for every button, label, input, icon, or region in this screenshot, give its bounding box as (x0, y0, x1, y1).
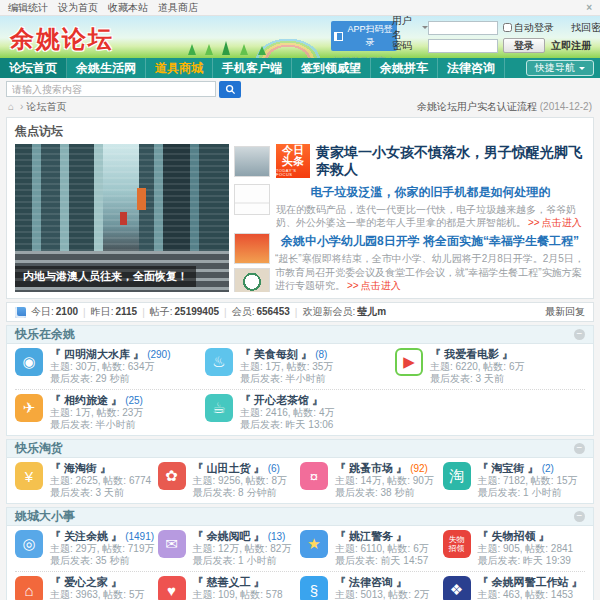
forgot-password-link[interactable]: 找回密码 (571, 21, 600, 35)
board-name-link[interactable]: 『 慈善义工 』 (193, 576, 265, 588)
news-title-link[interactable]: 电子垃圾泛滥，你家的旧手机都是如何处理的 (276, 184, 585, 201)
site-logo[interactable]: 余姚论坛 (10, 23, 114, 55)
password-label: 密码 (392, 39, 428, 53)
tree-decoration (205, 44, 213, 55)
forum-board-cell[interactable]: ◉ 『 四明湖大水库 』(290) 主题: 30万, 帖数: 634万 最后发表… (15, 348, 205, 385)
search-button[interactable] (219, 81, 241, 98)
collapse-icon[interactable] (574, 511, 585, 522)
notice-date: (2014-12-2) (540, 101, 592, 112)
forum-board-cell[interactable]: ✈ 『 相约旅途 』(25) 主题: 1万, 帖数: 23万 最后发表: 半小时… (15, 394, 205, 431)
forum-board-cell[interactable]: ❖ 『 余姚网警工作站 』 主题: 463, 帖数: 1453 最后发表: 4 … (443, 576, 586, 600)
realname-notice-link[interactable]: 余姚论坛用户实名认证流程 (417, 101, 537, 112)
forum-board-cell[interactable]: ★ 『 姚江警务 』 主题: 6110, 帖数: 6万 最后发表: 前天 14:… (300, 530, 443, 567)
collapse-icon[interactable] (574, 329, 585, 340)
forum-board-cell[interactable]: 淘 『 淘宝街 』(2) 主题: 7182, 帖数: 15万 最后发表: 1 小… (443, 462, 586, 499)
yesterday-count: 2115 (115, 306, 137, 317)
forum-board-cell[interactable]: ✿ 『 山田土货 』(6) 主题: 9256, 帖数: 8万 最后发表: 8 分… (158, 462, 301, 499)
board-name-link[interactable]: 『 相约旅途 』 (50, 394, 122, 406)
forum-board-cell[interactable]: ✉ 『 余姚阅吧 』(13) 主题: 12万, 帖数: 82万 最后发表: 1 … (158, 530, 301, 567)
search-input[interactable] (6, 81, 216, 97)
forum-board-cell[interactable]: ¥ 『 海淘街 』 主题: 2625, 帖数: 6774 最后发表: 3 天前 (15, 462, 158, 499)
forum-board-cell[interactable]: ▶ 『 我爱看电影 』 主题: 6220, 帖数: 6万 最后发表: 3 天前 (395, 348, 585, 385)
law-icon: § (300, 576, 328, 600)
link-set-homepage[interactable]: 设为首页 (58, 1, 98, 15)
nav-props-mall[interactable]: 道具商城 (146, 58, 213, 78)
forum-board-cell[interactable]: ♥ 『 慈善义工 』 主题: 109, 帖数: 578 最后发表: 2023-1… (158, 576, 301, 600)
board-name-link[interactable]: 『 四明湖大水库 』 (50, 348, 144, 360)
forum-board-cell[interactable]: ♨ 『 美食每刻 』(8) 主题: 1万, 帖数: 35万 最后发表: 半小时前 (205, 348, 395, 385)
news-thumbnail[interactable] (234, 268, 270, 292)
board-name-link[interactable]: 『 我爱看电影 』 (430, 348, 513, 360)
nav-life-net[interactable]: 余姚生活网 (67, 58, 146, 78)
board-name-link[interactable]: 『 失物招领 』 (478, 530, 550, 542)
register-link[interactable]: 立即注册 (551, 39, 591, 53)
photo-buildings (15, 144, 229, 251)
board-name-link[interactable]: 『 山田土货 』 (193, 462, 265, 474)
login-button[interactable]: 登录 (503, 38, 545, 53)
quick-nav-button[interactable]: 快捷导航 (526, 60, 594, 76)
forum-board-cell[interactable]: ◎ 『 关注余姚 』(1491) 主题: 29万, 帖数: 719万 最后发表:… (15, 530, 158, 567)
forum-board-cell[interactable]: ☕ 『 开心老茶馆 』 主题: 2416, 帖数: 4万 最后发表: 昨天 13… (205, 394, 395, 431)
police-badge-icon: ★ (300, 530, 328, 558)
board-last-post: 最后发表: 35 秒前 (50, 555, 154, 567)
link-bookmark-site[interactable]: 收藏本站 (108, 1, 148, 15)
board-name-link[interactable]: 『 余姚网警工作站 』 (478, 576, 583, 588)
board-last-post: 最后发表: 3 天前 (430, 373, 524, 385)
headline-link[interactable]: 黄家埠一小女孩不慎落水，男子惊醒光脚飞奔救人 (316, 144, 585, 178)
members-count: 656453 (256, 306, 289, 317)
news-thumbnail[interactable] (234, 184, 270, 215)
board-name-link[interactable]: 『 余姚阅吧 』 (193, 530, 265, 542)
link-props-shop[interactable]: 道具商店 (158, 1, 198, 15)
board-name-link[interactable]: 『 关注余姚 』 (50, 530, 122, 542)
nav-mobile-client[interactable]: 手机客户端 (213, 58, 292, 78)
nav-sign-in[interactable]: 签到领威望 (292, 58, 371, 78)
volunteer-icon: ♥ (158, 576, 186, 600)
breadcrumb-forum-home[interactable]: 论坛首页 (26, 100, 66, 114)
nav-legal-advice[interactable]: 法律咨询 (438, 58, 505, 78)
new-post-count: (290) (147, 349, 170, 360)
news-title-link[interactable]: 余姚中小学幼儿园8日开学 将全面实施“幸福学生餐工程” (275, 233, 585, 250)
password-field[interactable] (428, 39, 498, 53)
new-member-link[interactable]: 莹儿m (357, 306, 386, 317)
board-name-link[interactable]: 『 法律咨询 』 (335, 576, 407, 588)
board-name-link[interactable]: 『 爱心之家 』 (50, 576, 122, 588)
widescreen-toggle-icon[interactable] (586, 2, 592, 13)
forum-board-cell[interactable]: ¤ 『 跳蚤市场 』(92) 主题: 14万, 帖数: 90万 最后发表: 38… (300, 462, 443, 499)
latest-replies-link[interactable]: 最新回复 (545, 305, 585, 319)
tree-decoration (188, 44, 196, 55)
nav-carpool[interactable]: 余姚拼车 (371, 58, 438, 78)
featured-photo[interactable]: 内地与港澳人员往来，全面恢复！ (15, 144, 229, 292)
username-field[interactable] (428, 21, 498, 35)
board-last-post: 最后发表: 38 秒前 (335, 487, 434, 499)
utility-bar: 编辑统计 设为首页 收藏本站 道具商店 (0, 0, 600, 16)
news-thumbnail[interactable] (234, 233, 270, 264)
auto-login-checkbox[interactable] (503, 23, 512, 32)
board-name-link[interactable]: 『 开心老茶馆 』 (240, 394, 323, 406)
forum-board-cell[interactable]: 失物招领 『 失物招领 』 主题: 905, 帖数: 2841 最后发表: 昨天… (443, 530, 586, 567)
forum-section: 姚城大小事 ◎ 『 关注余姚 』(1491) 主题: 29万, 帖数: 719万… (6, 507, 594, 600)
news-thumbnail[interactable] (234, 146, 270, 177)
taobao-icon: 淘 (443, 462, 471, 490)
chevron-down-icon (579, 67, 585, 73)
forum-board-cell[interactable]: ⌂ 『 爱心之家 』 主题: 3963, 帖数: 5万 最后发表: 2023-1… (15, 576, 158, 600)
forum-board-cell[interactable]: § 『 法律咨询 』 主题: 5013, 帖数: 2万 最后发表: 昨天 20:… (300, 576, 443, 600)
forum-section: 快乐在余姚 ◉ 『 四明湖大水库 』(290) 主题: 30万, 帖数: 634… (6, 325, 594, 436)
new-post-count: (6) (268, 463, 280, 474)
breadcrumb-separator: › (20, 101, 23, 112)
board-name-link[interactable]: 『 跳蚤市场 』 (335, 462, 407, 474)
link-edit-stats[interactable]: 编辑统计 (8, 1, 48, 15)
home-icon[interactable]: ⌂ (8, 101, 14, 112)
tree-decoration (258, 46, 266, 55)
nav-forum-home[interactable]: 论坛首页 (0, 58, 67, 78)
board-name-link[interactable]: 『 美食每刻 』 (240, 348, 312, 360)
app-qr-login-button[interactable]: APP扫码登录 (331, 21, 397, 51)
board-last-post: 最后发表: 3 天前 (50, 487, 151, 499)
board-name-link[interactable]: 『 姚江警务 』 (335, 530, 407, 542)
read-more-link[interactable]: 点击进入 (361, 280, 401, 291)
collapse-icon[interactable] (574, 443, 585, 454)
read-more-link[interactable]: 点击进入 (542, 217, 582, 228)
board-name-link[interactable]: 『 海淘街 』 (50, 462, 111, 474)
market-icon: ¤ (300, 462, 328, 490)
board-name-link[interactable]: 『 淘宝街 』 (478, 462, 539, 474)
board-last-post: 最后发表: 前天 14:57 (335, 555, 429, 567)
